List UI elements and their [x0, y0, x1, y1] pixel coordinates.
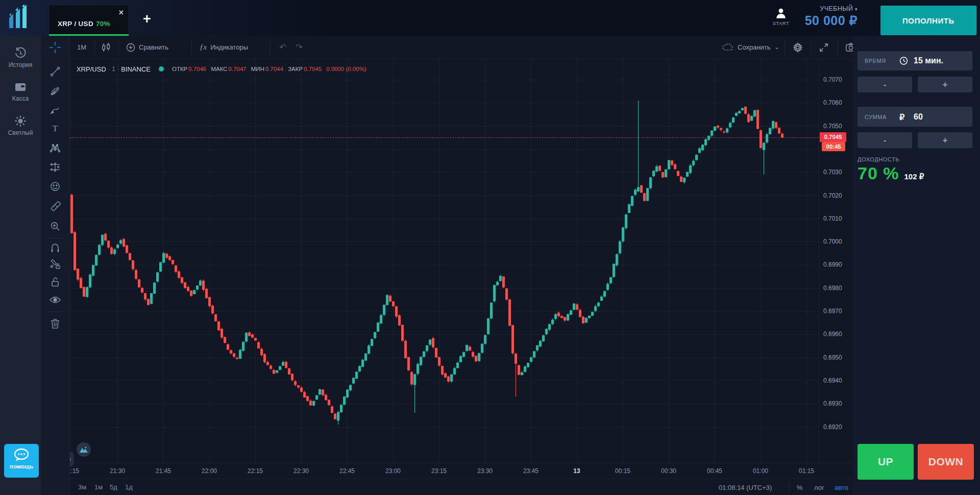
payout-amount: 102 ₽ — [904, 172, 924, 181]
percent-scale-toggle[interactable]: % — [797, 484, 803, 491]
lock-tool-icon[interactable] — [51, 277, 60, 287]
legend-open-label: ОТКР — [172, 66, 187, 72]
price-axis-label: 0.7010 — [823, 215, 842, 223]
time-axis-label: 22:45 — [339, 467, 355, 475]
auto-scale-toggle[interactable]: авто — [835, 484, 848, 491]
time-axis-label: 00:15 — [615, 467, 630, 475]
chart-logo-button[interactable] — [77, 442, 91, 457]
sidebar-item-label: История — [0, 61, 41, 68]
deposit-button[interactable]: ПОПОЛНИТЬ — [880, 6, 976, 35]
interval-button[interactable]: 1M — [77, 36, 86, 59]
undo-button[interactable]: ↶ — [279, 36, 286, 59]
sidebar-item-label: Касса — [0, 95, 41, 102]
trend-line-tool-icon[interactable] — [50, 66, 60, 77]
time-field[interactable]: ВРЕМЯ 15 мин. — [857, 51, 972, 70]
tab-close-icon[interactable]: ✕ — [118, 9, 124, 16]
text-tool-icon[interactable]: T — [53, 124, 58, 134]
account-block[interactable]: УЧЕБНЫЙ ▾ 50 000 ₽ — [795, 5, 857, 28]
help-button[interactable]: помощь — [4, 444, 39, 478]
down-button[interactable]: DOWN — [918, 444, 974, 480]
range-1m[interactable]: 1м — [94, 483, 103, 491]
price-axis-label: 0.7020 — [823, 192, 842, 200]
fx-icon: ƒx — [200, 43, 207, 52]
time-field-value: 15 мин. — [914, 56, 943, 65]
drawing-toolbar: T — [41, 36, 70, 495]
time-axis-label: 00:45 — [707, 467, 722, 475]
ruble-icon: ₽ — [899, 112, 904, 122]
range-3m[interactable]: 3м — [78, 483, 86, 491]
sidebar-item-cashier[interactable]: Касса — [0, 81, 41, 102]
time-axis-label: 23:30 — [477, 467, 493, 475]
toolbar-divider — [270, 40, 271, 55]
time-axis-label: 22:00 — [202, 467, 217, 475]
time-axis-label: 00:30 — [661, 467, 676, 475]
sidebar-item-theme[interactable]: Светлый — [0, 115, 41, 136]
cloud-icon — [722, 43, 733, 51]
clock-icon — [899, 57, 908, 65]
up-button[interactable]: UP — [857, 444, 914, 480]
amount-field[interactable]: СУММА ₽ 60 — [857, 107, 972, 127]
time-axis[interactable]: 21:1521:3021:4522:0022:1522:3022:4523:00… — [70, 463, 853, 479]
hide-drawings-eye-icon[interactable] — [50, 296, 61, 304]
log-scale-toggle[interactable]: лог — [814, 484, 824, 491]
magnet-tool-icon[interactable] — [50, 244, 60, 254]
chevron-down-icon: ⌄ — [775, 44, 779, 51]
toolbar-divider — [838, 40, 838, 55]
range-5d[interactable]: 5д — [110, 483, 117, 491]
legend-open-value: 0.7046 — [188, 66, 206, 72]
candlestick-chart[interactable] — [70, 59, 819, 463]
time-axis-label: 21:45 — [156, 467, 171, 475]
legend-low-value: 0.7044 — [265, 66, 283, 72]
legend-close-label: ЗАКР — [288, 66, 303, 72]
legend-symbol[interactable]: XRP/USD — [77, 65, 106, 73]
tab-active-indicator — [49, 34, 129, 36]
price-axis-label: 0.7000 — [823, 238, 842, 246]
range-1d[interactable]: 1д — [125, 483, 133, 491]
amount-increase-button[interactable]: + — [918, 132, 972, 148]
account-type-dropdown[interactable]: УЧЕБНЫЙ ▾ — [795, 5, 857, 12]
ruler-tool-icon[interactable] — [50, 201, 61, 213]
fullscreen-button[interactable] — [819, 36, 828, 59]
brush-tool-icon[interactable] — [50, 105, 60, 115]
time-axis-label: 22:15 — [248, 467, 263, 475]
legend-low-label: МИН — [251, 66, 264, 72]
symbol-tab[interactable]: XRP / USD70% ✕ — [48, 5, 129, 36]
indicators-button[interactable]: ƒx Индикаторы — [200, 36, 248, 59]
time-decrease-button[interactable]: - — [857, 77, 912, 92]
user-icon — [774, 7, 788, 20]
time-axis-label: 21:30 — [110, 467, 125, 475]
time-axis-label: 22:30 — [293, 467, 309, 475]
chart-style-button[interactable] — [102, 36, 111, 59]
toolbar-divider — [191, 40, 192, 55]
payout-percent: 70 % — [857, 163, 899, 183]
sidebar-item-history[interactable]: История — [0, 47, 41, 68]
price-axis[interactable]: 0.70700.70600.70500.70300.70200.70100.70… — [819, 59, 853, 463]
legend-high-label: МАКС — [211, 66, 227, 72]
current-price-badge: 0.7045 — [820, 132, 846, 142]
chart-settings-button[interactable] — [793, 36, 803, 59]
forecast-tool-icon[interactable] — [50, 162, 61, 172]
add-tab-button[interactable]: + — [143, 11, 151, 27]
price-axis-label: 0.6920 — [823, 423, 842, 431]
amount-decrease-button[interactable]: - — [857, 132, 912, 148]
redo-button[interactable]: ↷ — [296, 36, 303, 59]
pattern-tool-icon[interactable] — [50, 143, 61, 153]
zoom-in-tool-icon[interactable] — [50, 221, 60, 231]
gann-fib-tool-icon[interactable] — [50, 86, 60, 96]
crosshair-tool-icon[interactable] — [50, 42, 61, 53]
save-layout-button[interactable]: Сохранить ⌄ — [722, 36, 779, 59]
top-bar: XRP / USD70% ✕ + START УЧЕБНЫЙ ▾ 50 000 … — [0, 0, 980, 36]
profile-button[interactable]: START — [771, 7, 791, 26]
chart-bottom-bar: 3м 1м 5д 1д 01:08:14 (UTC+3) % лог авто — [70, 479, 853, 495]
clock[interactable]: 01:08:14 (UTC+3) — [719, 484, 772, 491]
drawing-mode-lock-icon[interactable] — [50, 259, 60, 269]
time-axis-label: 13 — [573, 467, 580, 475]
compare-button[interactable]: Сравнить — [126, 36, 168, 59]
price-axis-label: 0.6940 — [823, 376, 842, 385]
time-increase-button[interactable]: + — [918, 77, 972, 92]
time-axis-label: 23:45 — [523, 467, 538, 475]
remove-drawings-trash-icon[interactable] — [51, 318, 60, 328]
emoji-tool-icon[interactable] — [50, 181, 60, 192]
toolbar-divider — [785, 40, 785, 55]
legend-change-value: 0.0000 (0.00%) — [326, 66, 366, 72]
